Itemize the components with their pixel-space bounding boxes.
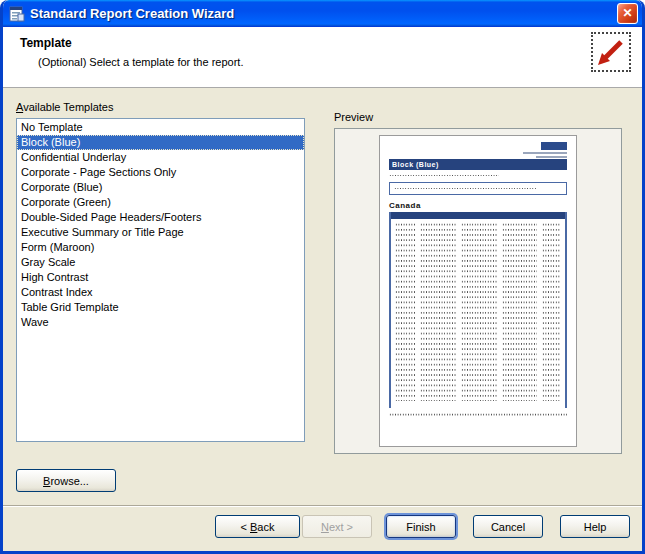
window-icon	[9, 6, 25, 22]
report-table-column	[420, 222, 456, 401]
template-list-item[interactable]: Wave	[17, 315, 304, 330]
help-button[interactable]: Help	[560, 515, 630, 538]
finish-button[interactable]: Finish	[386, 515, 456, 538]
template-list-item[interactable]: Confidential Underlay	[17, 150, 304, 165]
report-table-column	[395, 222, 415, 401]
report-logo-line	[523, 152, 567, 154]
template-list-item[interactable]: Corporate - Page Sections Only	[17, 165, 304, 180]
template-list-item[interactable]: High Contrast	[17, 270, 304, 285]
cancel-button[interactable]: Cancel	[473, 515, 543, 538]
preview-label: Preview	[334, 111, 622, 123]
wizard-window: Standard Report Creation Wizard ✕ Templa…	[0, 0, 645, 554]
template-list-item[interactable]: Block (Blue)	[17, 135, 304, 150]
report-table-column	[502, 222, 538, 401]
step-title: Template	[20, 36, 642, 50]
report-table-body	[391, 219, 565, 404]
template-list-item[interactable]: Executive Summary or Title Page	[17, 225, 304, 240]
template-list[interactable]: No TemplateBlock (Blue)Confidential Unde…	[16, 118, 305, 442]
wizard-step-header: Template (Optional) Select a template fo…	[3, 27, 642, 88]
back-button[interactable]: < Back	[215, 515, 300, 538]
report-footer-row	[389, 412, 567, 416]
report-logo	[523, 142, 567, 158]
report-table	[389, 212, 567, 408]
available-templates-label: Available Templates	[16, 101, 305, 113]
template-list-item[interactable]: No Template	[17, 120, 304, 135]
browse-button[interactable]: Browse...	[16, 469, 116, 492]
report-logo-rect	[541, 142, 567, 150]
step-subtitle: (Optional) Select a template for the rep…	[38, 56, 642, 68]
wizard-nav-buttons: < Back Next > Finish Cancel Help	[3, 507, 642, 538]
report-title-bar: Block (Blue)	[389, 159, 567, 170]
report-region-label: Canada	[389, 201, 567, 210]
report-text-row	[389, 173, 499, 178]
template-step-icon	[591, 32, 631, 72]
report-table-header	[391, 212, 565, 219]
template-list-item[interactable]: Contrast Index	[17, 285, 304, 300]
browse-row: Browse...	[3, 454, 642, 492]
templates-column: Available Templates No TemplateBlock (Bl…	[16, 101, 305, 454]
report-text-row	[394, 186, 537, 191]
report-table-column	[461, 222, 497, 401]
template-list-item[interactable]: Table Grid Template	[17, 300, 304, 315]
preview-panel: Block (Blue) Canada	[334, 128, 622, 454]
template-list-item[interactable]: Double-Sided Page Headers/Footers	[17, 210, 304, 225]
close-button[interactable]: ✕	[617, 3, 638, 24]
close-icon: ✕	[622, 6, 632, 20]
report-outline-box	[389, 182, 567, 195]
report-table-column	[542, 222, 561, 401]
main-content: Available Templates No TemplateBlock (Bl…	[3, 88, 642, 454]
window-title: Standard Report Creation Wizard	[30, 6, 234, 21]
template-list-item[interactable]: Form (Maroon)	[17, 240, 304, 255]
template-list-item[interactable]: Gray Scale	[17, 255, 304, 270]
report-logo-line	[536, 156, 567, 158]
report-preview-page: Block (Blue) Canada	[379, 135, 577, 447]
template-list-item[interactable]: Corporate (Blue)	[17, 180, 304, 195]
template-list-item[interactable]: Corporate (Green)	[17, 195, 304, 210]
red-arrow-icon	[596, 37, 626, 67]
next-button[interactable]: Next >	[302, 515, 372, 538]
preview-column: Preview Block (Blue) Canada	[334, 101, 622, 454]
title-bar: Standard Report Creation Wizard ✕	[3, 0, 642, 27]
